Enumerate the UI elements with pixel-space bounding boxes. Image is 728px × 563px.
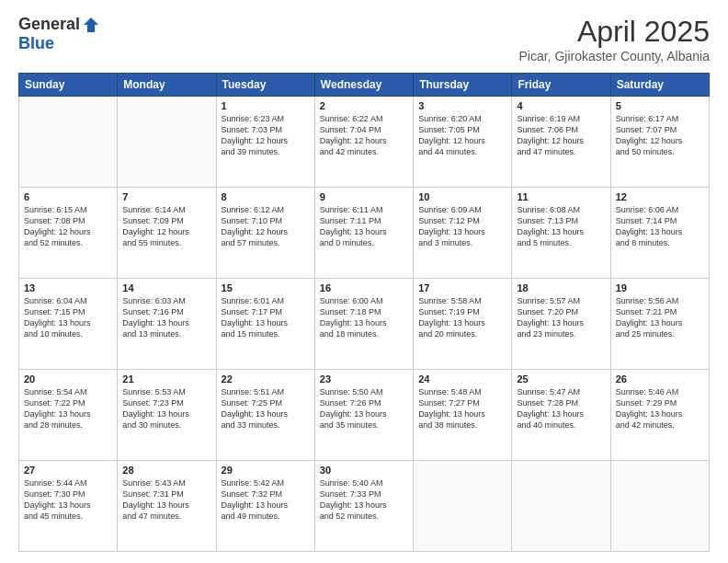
logo-blue-text: Blue xyxy=(18,34,54,53)
day-number: 25 xyxy=(517,373,605,385)
day-info: Sunrise: 6:03 AM Sunset: 7:16 PM Dayligh… xyxy=(122,295,210,340)
day-number: 24 xyxy=(418,373,506,385)
day-number: 8 xyxy=(222,191,310,202)
calendar-week-3: 13Sunrise: 6:04 AM Sunset: 7:15 PM Dayli… xyxy=(19,279,710,370)
table-cell: 25Sunrise: 5:47 AM Sunset: 7:28 PM Dayli… xyxy=(512,370,610,461)
day-info: Sunrise: 6:20 AM Sunset: 7:05 PM Dayligh… xyxy=(418,113,506,158)
day-info: Sunrise: 6:17 AM Sunset: 7:07 PM Dayligh… xyxy=(616,113,704,158)
day-number: 16 xyxy=(320,282,408,293)
table-cell: 4Sunrise: 6:19 AM Sunset: 7:06 PM Daylig… xyxy=(512,97,610,188)
table-cell: 28Sunrise: 5:43 AM Sunset: 7:31 PM Dayli… xyxy=(118,461,216,552)
calendar-week-2: 6Sunrise: 6:15 AM Sunset: 7:08 PM Daylig… xyxy=(19,188,710,279)
day-info: Sunrise: 6:00 AM Sunset: 7:18 PM Dayligh… xyxy=(320,295,408,340)
table-cell: 6Sunrise: 6:15 AM Sunset: 7:08 PM Daylig… xyxy=(19,188,118,279)
day-number: 28 xyxy=(122,465,210,476)
day-info: Sunrise: 5:58 AM Sunset: 7:19 PM Dayligh… xyxy=(418,295,506,340)
day-info: Sunrise: 6:09 AM Sunset: 7:12 PM Dayligh… xyxy=(418,204,506,249)
day-number: 13 xyxy=(24,282,112,293)
day-info: Sunrise: 5:48 AM Sunset: 7:27 PM Dayligh… xyxy=(418,386,506,431)
day-info: Sunrise: 5:43 AM Sunset: 7:31 PM Dayligh… xyxy=(122,477,210,523)
day-number: 14 xyxy=(122,282,210,293)
day-number: 27 xyxy=(24,465,112,476)
table-cell: 5Sunrise: 6:17 AM Sunset: 7:07 PM Daylig… xyxy=(610,97,709,188)
table-cell xyxy=(512,461,610,552)
table-cell: 11Sunrise: 6:08 AM Sunset: 7:13 PM Dayli… xyxy=(512,188,610,279)
logo: General Blue xyxy=(18,15,100,53)
table-cell: 24Sunrise: 5:48 AM Sunset: 7:27 PM Dayli… xyxy=(414,370,512,461)
calendar-week-5: 27Sunrise: 5:44 AM Sunset: 7:30 PM Dayli… xyxy=(19,461,710,552)
col-wednesday: Wednesday xyxy=(314,74,413,97)
col-friday: Friday xyxy=(512,74,610,97)
day-info: Sunrise: 6:14 AM Sunset: 7:09 PM Dayligh… xyxy=(122,204,210,249)
day-info: Sunrise: 6:04 AM Sunset: 7:15 PM Dayligh… xyxy=(24,295,112,340)
table-cell xyxy=(610,461,709,552)
day-info: Sunrise: 5:50 AM Sunset: 7:26 PM Dayligh… xyxy=(320,386,408,431)
day-number: 11 xyxy=(517,191,605,202)
day-number: 5 xyxy=(616,100,704,111)
table-cell: 29Sunrise: 5:42 AM Sunset: 7:32 PM Dayli… xyxy=(216,461,314,552)
day-info: Sunrise: 5:53 AM Sunset: 7:23 PM Dayligh… xyxy=(122,386,210,431)
table-cell: 23Sunrise: 5:50 AM Sunset: 7:26 PM Dayli… xyxy=(314,370,413,461)
day-number: 18 xyxy=(517,282,605,293)
day-number: 17 xyxy=(418,282,506,293)
table-cell: 14Sunrise: 6:03 AM Sunset: 7:16 PM Dayli… xyxy=(118,279,216,370)
table-cell: 16Sunrise: 6:00 AM Sunset: 7:18 PM Dayli… xyxy=(314,279,413,370)
table-cell: 30Sunrise: 5:40 AM Sunset: 7:33 PM Dayli… xyxy=(314,461,413,552)
day-info: Sunrise: 6:23 AM Sunset: 7:03 PM Dayligh… xyxy=(222,113,310,158)
table-cell: 18Sunrise: 5:57 AM Sunset: 7:20 PM Dayli… xyxy=(512,279,610,370)
calendar-week-4: 20Sunrise: 5:54 AM Sunset: 7:22 PM Dayli… xyxy=(19,370,710,461)
table-cell xyxy=(414,461,512,552)
day-info: Sunrise: 5:57 AM Sunset: 7:20 PM Dayligh… xyxy=(517,295,605,340)
table-cell: 21Sunrise: 5:53 AM Sunset: 7:23 PM Dayli… xyxy=(118,370,216,461)
table-cell: 27Sunrise: 5:44 AM Sunset: 7:30 PM Dayli… xyxy=(19,461,118,552)
day-info: Sunrise: 6:11 AM Sunset: 7:11 PM Dayligh… xyxy=(320,204,408,249)
table-cell: 12Sunrise: 6:06 AM Sunset: 7:14 PM Dayli… xyxy=(610,188,709,279)
day-number: 10 xyxy=(418,191,506,202)
day-number: 19 xyxy=(616,282,704,293)
day-info: Sunrise: 5:54 AM Sunset: 7:22 PM Dayligh… xyxy=(24,386,112,431)
day-number: 20 xyxy=(24,373,112,385)
day-number: 26 xyxy=(616,373,704,385)
day-info: Sunrise: 5:46 AM Sunset: 7:29 PM Dayligh… xyxy=(616,386,704,431)
col-tuesday: Tuesday xyxy=(216,74,314,97)
day-number: 21 xyxy=(122,373,210,385)
day-info: Sunrise: 5:56 AM Sunset: 7:21 PM Dayligh… xyxy=(616,295,704,340)
table-cell xyxy=(118,97,216,188)
header: General Blue April 2025 Picar, Gjirokast… xyxy=(18,15,710,63)
day-info: Sunrise: 6:22 AM Sunset: 7:04 PM Dayligh… xyxy=(320,113,408,158)
table-cell: 19Sunrise: 5:56 AM Sunset: 7:21 PM Dayli… xyxy=(610,279,709,370)
location-title: Picar, Gjirokaster County, Albania xyxy=(518,49,710,63)
table-cell: 10Sunrise: 6:09 AM Sunset: 7:12 PM Dayli… xyxy=(414,188,512,279)
day-info: Sunrise: 6:19 AM Sunset: 7:06 PM Dayligh… xyxy=(517,113,605,158)
table-cell: 7Sunrise: 6:14 AM Sunset: 7:09 PM Daylig… xyxy=(118,188,216,279)
day-number: 1 xyxy=(222,100,310,111)
day-info: Sunrise: 6:01 AM Sunset: 7:17 PM Dayligh… xyxy=(222,295,310,340)
logo-general-text: General xyxy=(18,15,80,34)
svg-marker-0 xyxy=(84,17,98,32)
day-info: Sunrise: 5:42 AM Sunset: 7:32 PM Dayligh… xyxy=(222,477,310,523)
day-number: 15 xyxy=(222,282,310,293)
col-monday: Monday xyxy=(118,74,216,97)
table-cell: 3Sunrise: 6:20 AM Sunset: 7:05 PM Daylig… xyxy=(414,97,512,188)
table-cell: 15Sunrise: 6:01 AM Sunset: 7:17 PM Dayli… xyxy=(216,279,314,370)
title-section: April 2025 Picar, Gjirokaster County, Al… xyxy=(518,15,710,63)
day-number: 6 xyxy=(24,191,112,202)
table-cell xyxy=(19,97,118,188)
day-info: Sunrise: 6:12 AM Sunset: 7:10 PM Dayligh… xyxy=(222,204,310,249)
day-number: 9 xyxy=(320,191,408,202)
calendar-header-row: Sunday Monday Tuesday Wednesday Thursday… xyxy=(19,74,710,97)
day-info: Sunrise: 5:40 AM Sunset: 7:33 PM Dayligh… xyxy=(320,477,408,523)
table-cell: 2Sunrise: 6:22 AM Sunset: 7:04 PM Daylig… xyxy=(314,97,413,188)
day-info: Sunrise: 5:47 AM Sunset: 7:28 PM Dayligh… xyxy=(517,386,605,431)
col-thursday: Thursday xyxy=(414,74,512,97)
table-cell: 13Sunrise: 6:04 AM Sunset: 7:15 PM Dayli… xyxy=(19,279,118,370)
day-info: Sunrise: 6:08 AM Sunset: 7:13 PM Dayligh… xyxy=(517,204,605,249)
day-number: 7 xyxy=(122,191,210,202)
table-cell: 9Sunrise: 6:11 AM Sunset: 7:11 PM Daylig… xyxy=(314,188,413,279)
table-cell: 8Sunrise: 6:12 AM Sunset: 7:10 PM Daylig… xyxy=(216,188,314,279)
month-title: April 2025 xyxy=(518,15,710,49)
table-cell: 26Sunrise: 5:46 AM Sunset: 7:29 PM Dayli… xyxy=(610,370,709,461)
day-number: 23 xyxy=(320,373,408,385)
calendar-table: Sunday Monday Tuesday Wednesday Thursday… xyxy=(18,73,710,552)
day-info: Sunrise: 6:06 AM Sunset: 7:14 PM Dayligh… xyxy=(616,204,704,249)
